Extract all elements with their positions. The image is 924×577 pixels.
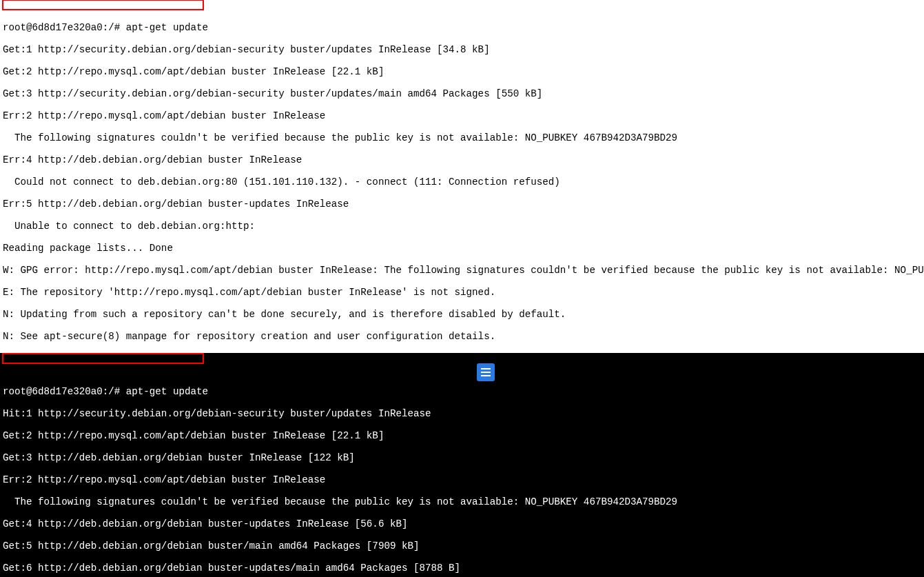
line: N: See apt-secure(8) manpage for reposit… [3, 331, 495, 342]
line: Err:2 http://repo.mysql.com/apt/debian b… [3, 474, 325, 485]
line: Hit:1 http://security.debian.org/debian-… [3, 408, 431, 419]
terminal-dark-1[interactable]: root@6d8d17e320a0:/# apt-get update Hit:… [0, 353, 924, 577]
line: Get:1 http://security.debian.org/debian-… [3, 44, 490, 55]
line: Get:3 http://security.debian.org/debian-… [3, 88, 542, 99]
line: Err:2 http://repo.mysql.com/apt/debian b… [3, 110, 325, 121]
line: N: Updating from such a repository can't… [3, 309, 566, 320]
line: Unable to connect to deb.debian.org:http… [3, 221, 255, 232]
line: Get:3 http://deb.debian.org/debian buste… [3, 452, 355, 463]
line: E: The repository 'http://repo.mysql.com… [3, 287, 495, 298]
line: Get:2 http://repo.mysql.com/apt/debian b… [3, 66, 384, 77]
line: Get:4 http://deb.debian.org/debian buste… [3, 518, 407, 529]
highlight-box-2 [2, 353, 204, 364]
clipboard-icon[interactable] [477, 363, 495, 381]
line: Get:5 http://deb.debian.org/debian buste… [3, 540, 420, 551]
prompt-1: root@6d8d17e320a0:/# apt-get update [3, 22, 208, 33]
highlight-box-1 [2, 0, 204, 10]
line: Get:6 http://deb.debian.org/debian buste… [3, 563, 460, 574]
line: Err:4 http://deb.debian.org/debian buste… [3, 154, 302, 165]
line: Could not connect to deb.debian.org:80 (… [3, 176, 560, 188]
line: Err:5 http://deb.debian.org/debian buste… [3, 199, 349, 210]
line: The following signatures couldn't be ver… [3, 496, 677, 507]
line: Reading package lists... Done [3, 243, 173, 254]
line: The following signatures couldn't be ver… [3, 132, 677, 143]
line: W: GPG error: http://repo.mysql.com/apt/… [3, 265, 924, 276]
prompt-2: root@6d8d17e320a0:/# apt-get update [3, 386, 208, 397]
line: Get:2 http://repo.mysql.com/apt/debian b… [3, 430, 384, 441]
terminal-light[interactable]: root@6d8d17e320a0:/# apt-get update Get:… [0, 0, 924, 353]
